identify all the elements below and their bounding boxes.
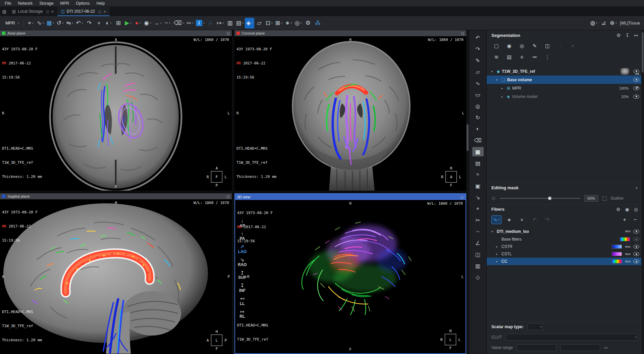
maximize-icon[interactable]: ◻ (227, 31, 230, 36)
visibility-eye-icon[interactable] (633, 252, 639, 256)
checkerboard-icon[interactable]: ▦ (472, 147, 484, 156)
scrollbar-thumb[interactable] (642, 32, 644, 72)
stack-view-tool[interactable]: ▥ (225, 18, 235, 29)
interpolate-tool[interactable]: ◌ (555, 42, 565, 50)
wl-preset-label[interactable]: [WL]Tissue (620, 21, 641, 26)
draw-select-icon[interactable]: ✎ (472, 56, 484, 65)
user-profile-button[interactable]: ◍ ▾ (589, 18, 598, 29)
tree-row-base-volume[interactable]: ▾ ❑ Base volume (487, 75, 644, 84)
save-segmentation-icon[interactable]: ↧ (626, 33, 630, 38)
chevron-down-icon[interactable]: ▾ (491, 70, 495, 73)
menu-item[interactable]: Network (14, 1, 36, 6)
freehand-select-icon[interactable]: ∿ (472, 79, 484, 88)
fiber-tree-root[interactable]: ▾ DTI_medium_Iso ROI (487, 227, 644, 236)
fiber-lasso-tool[interactable]: ∿▾ (491, 215, 501, 224)
arrow-annotation-tool[interactable]: → ▾ (153, 18, 163, 29)
sagittal-image-area[interactable]: 43Y 1973-08-20 F MR 2017-06-22 15:19:56 … (0, 199, 232, 354)
chevron-right-icon[interactable]: ▸ (501, 87, 505, 90)
redo-button[interactable]: ↷ (85, 18, 94, 29)
axial-image-area[interactable]: 43Y 1973-08-20 F MR 2017-06-22 15:19:56 … (0, 36, 232, 191)
export-tool[interactable]: ↦ ▾ (216, 18, 225, 29)
close-tab-icon[interactable]: × (103, 9, 106, 14)
restore-tab-icon[interactable]: ◱ (98, 10, 101, 13)
maximize-icon[interactable]: ◻ (461, 195, 464, 199)
region-select-tool[interactable]: ▢ (491, 42, 501, 50)
undo-button[interactable]: ↶ ▾ (75, 18, 84, 29)
3d-render-area[interactable]: ↓ AP ↑ PA ⇗ LAO (235, 200, 466, 353)
fiber-redo-button[interactable]: ↷ (542, 215, 552, 224)
chevron-right-icon[interactable]: ▸ (496, 252, 499, 256)
volume-3d-tool[interactable]: ◈ ▾ (245, 18, 254, 29)
list-view-tool[interactable]: ≡ (517, 53, 527, 61)
magnify-tool[interactable]: ◎ ▾ (293, 18, 303, 29)
value-range-min-input[interactable] (517, 344, 556, 351)
mesh-tool[interactable]: ≋ (491, 53, 501, 61)
panel-scrollbar[interactable] (641, 30, 644, 354)
fiber-row-base-fibers[interactable]: ▸ Base fibers (487, 236, 644, 243)
sphere-icon[interactable]: ◐ (472, 124, 484, 134)
menu-item[interactable]: File (1, 1, 14, 6)
maximize-icon[interactable]: ◻ (461, 31, 464, 36)
snap-tool[interactable]: ⁂ (313, 18, 322, 29)
crop-box-tool[interactable]: ⊡ ▾ (264, 18, 274, 29)
mask-opacity-slider[interactable] (500, 196, 580, 201)
rect-select-icon[interactable]: ▭ (472, 90, 484, 99)
fiber-undo-button[interactable]: ↶ (530, 215, 540, 224)
transform-tool[interactable]: ∗ ▾ (284, 18, 293, 29)
stack-list-tool[interactable]: ▤ (504, 53, 514, 61)
orient-rao-button[interactable]: ⇘ RAO (238, 257, 247, 267)
volume-thumbnail[interactable] (621, 68, 629, 75)
storage-panel-icon[interactable]: ▤ (0, 7, 9, 16)
segmentation-settings-icon[interactable]: ⚙ (616, 33, 621, 38)
visibility-eye-icon[interactable] (633, 237, 639, 241)
fibers-settings-icon[interactable]: ⚙ (616, 207, 621, 212)
volume-edit-tool[interactable]: ⊠ ▾ (274, 18, 283, 29)
roi-badge[interactable]: ROI (625, 230, 631, 233)
polygon-select-icon[interactable]: ▱ (472, 67, 484, 77)
slider-thumb[interactable] (548, 197, 551, 200)
orient-sup-button[interactable]: ↥ SUP (238, 270, 247, 280)
pan-tool[interactable]: + (94, 18, 104, 29)
histogram-button[interactable]: ⊿ (599, 18, 608, 29)
add-fiber-button[interactable]: + (621, 216, 629, 223)
fiber-row-cstl[interactable]: ▸ CSTL ROI (487, 250, 644, 258)
menu-item[interactable]: Options (72, 1, 93, 6)
visibility-eye-icon[interactable] (633, 259, 639, 263)
cut-icon[interactable]: ✂ (472, 215, 484, 225)
delete-tool[interactable]: × (568, 42, 578, 50)
menu-item[interactable]: Storage (36, 1, 57, 6)
tree-view-tool[interactable]: ⋮ (542, 53, 552, 61)
maximize-icon[interactable]: ◻ (227, 194, 230, 199)
chevron-down-icon[interactable]: ▾ (496, 78, 499, 82)
resize-icon[interactable]: ↘ (472, 193, 484, 202)
restore-tab-icon[interactable]: ◱ (46, 10, 49, 13)
fiber-colorbar[interactable] (612, 259, 622, 263)
visibility-eye-icon[interactable] (633, 78, 639, 82)
play-button[interactable]: ▶ ▾ (123, 18, 133, 29)
tree-row-mpr[interactable]: ▸ ⊞ MPR 100% (487, 84, 644, 92)
print-tool[interactable]: ▤ ▾ (235, 18, 245, 29)
undo-icon[interactable]: ↶ (472, 33, 484, 42)
fiber-row-cstr[interactable]: ▸ CSTR ROI (487, 243, 644, 250)
chevron-right-icon[interactable]: ▸ (496, 245, 499, 248)
viewport-title-bar[interactable]: Axial plane ◻ (0, 30, 232, 36)
collapse-icon[interactable]: ∧ (635, 186, 638, 190)
sphere-brush-tool[interactable]: ◉ (504, 42, 514, 50)
orient-inf-button[interactable]: ↧ INF (239, 283, 246, 293)
layout-grid-tool[interactable]: ▦ ▾ (45, 18, 55, 29)
list-check-tool[interactable]: ≔ (530, 53, 540, 61)
visibility-eye-icon[interactable] (633, 245, 639, 249)
record-button[interactable]: ● ▾ (133, 18, 143, 29)
coronal-image-area[interactable]: 43Y 1973-08-20 F MR 2017-06-22 15:19:56 … (234, 36, 466, 191)
outline-checkbox[interactable] (602, 196, 607, 201)
chevron-right-icon[interactable]: ▸ (496, 260, 499, 263)
menu-item[interactable]: MPR (57, 1, 72, 6)
mpr-mode-select[interactable]: MPR ▾ (3, 18, 21, 28)
eraser-tool[interactable]: ⌫ ▾ (173, 18, 185, 29)
fiber-colorbar[interactable] (620, 237, 630, 241)
window-level-tool[interactable]: ◐ ▾ (104, 18, 113, 29)
tree-row-volume-model[interactable]: ▸ ◈ Volume model 10% (487, 92, 644, 101)
rotate-view-tool[interactable]: ↺ ▾ (55, 18, 65, 29)
crosshair-tool[interactable]: ⌖ ▾ (26, 18, 35, 29)
scalar-map-dropdown[interactable]: ▾ (528, 323, 543, 330)
